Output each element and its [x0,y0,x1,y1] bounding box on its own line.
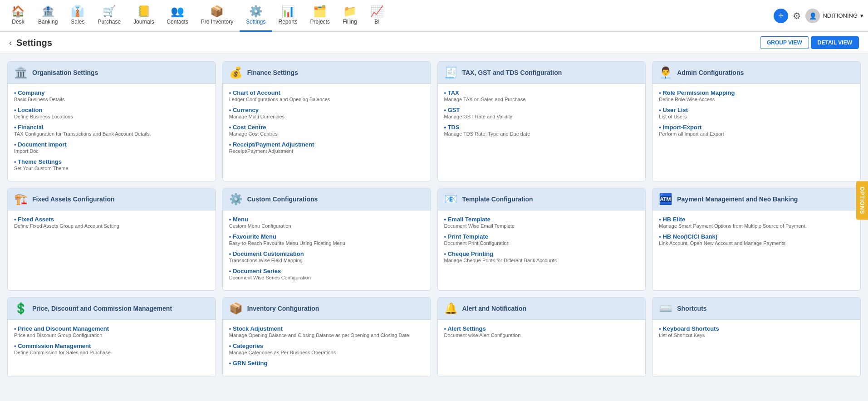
card-link-tax_gst_tds-2[interactable]: • TDS [444,124,460,131]
nav-item-filling[interactable]: 📁 Filling [336,0,363,32]
shortcuts-icon: ⌨️ [659,302,672,315]
card-link-admin-0[interactable]: • Role Permission Mapping [659,89,735,96]
back-button[interactable]: ‹ [9,38,12,48]
nav-items: 🏠 Desk 🏦 Banking 👔 Sales 🛒 Purchase 📒 Jo… [5,0,774,32]
card-link-desc-organisation-2: TAX Configuration for Transactions and B… [14,131,209,137]
card-link-alert_notification-0[interactable]: • Alert Settings [444,325,486,332]
card-link-template_config-2[interactable]: • Cheque Printing [444,250,494,257]
card-header-price_discount: 💲 Price, Discount and Commission Managem… [8,298,216,320]
list-item: • User List List of Users [659,107,854,119]
card-link-template_config-1[interactable]: • Print Template [444,233,489,240]
card-link-desc-custom_config-0: Custom Menu Configuration [229,223,424,229]
nav-label-filling: Filling [343,19,357,25]
card-link-custom_config-3[interactable]: • Document Series [229,268,281,274]
card-header-organisation: 🏛️ Organisation Settings [8,62,216,84]
card-link-desc-admin-2: Perform all Import and Export [659,131,854,137]
purchase-icon: 🛒 [103,5,116,18]
template_config-title: Template Configuration [462,196,533,203]
card-link-organisation-1[interactable]: • Location [14,107,42,113]
add-button[interactable]: + [774,9,788,23]
card-link-finance-2[interactable]: • Cost Centre [229,124,266,131]
contacts-icon: 👥 [171,5,184,18]
banking-icon: 🏦 [41,5,55,18]
card-link-price_discount-1[interactable]: • Commission Management [14,342,91,349]
card-header-fixed_assets: 🏗️ Fixed Assets Configuration [8,188,216,210]
card-link-custom_config-1[interactable]: • Favourite Menu [229,233,276,240]
card-link-desc-admin-0: Define Role Wise Access [659,97,854,102]
card-link-finance-0[interactable]: • Chart of Account [229,89,280,96]
card-link-finance-1[interactable]: • Currency [229,107,259,113]
card-link-inventory_config-0[interactable]: • Stock Adjustment [229,325,283,332]
card-body-admin: • Role Permission Mapping Define Role Wi… [652,84,860,147]
card-link-shortcuts-0[interactable]: • Keyboard Shortcuts [659,325,719,332]
list-item: • GRN Setting [229,360,424,367]
price_discount-icon: 💲 [14,302,28,315]
card-link-price_discount-0[interactable]: • Price and Discount Management [14,325,109,332]
card-link-desc-template_config-1: Document Print Configuration [444,240,639,246]
nav-item-sales[interactable]: 👔 Sales [64,0,91,32]
nav-item-bi[interactable]: 📈 BI [363,0,391,32]
list-item: • Fixed Assets Define Fixed Assets Group… [14,216,209,229]
card-link-organisation-4[interactable]: • Theme Settings [14,158,62,165]
card-body-tax_gst_tds: • TAX Manage TAX on Sales and Purchase •… [438,84,646,147]
nav-label-purchase: Purchase [98,19,121,25]
card-link-payment_management-0[interactable]: • HB Elite [659,216,685,223]
list-item: • Chart of Account Ledger Configurations… [229,89,424,102]
card-link-desc-admin-1: List of Users [659,114,854,119]
filling-icon: 📁 [343,5,357,18]
card-link-fixed_assets-0[interactable]: • Fixed Assets [14,216,54,223]
card-link-template_config-0[interactable]: • Email Template [444,216,491,223]
nav-item-desk[interactable]: 🏠 Desk [5,0,32,32]
bi-icon: 📈 [370,5,384,18]
card-link-desc-payment_management-0: Manage Smart Payment Options from Multip… [659,223,854,229]
nav-item-contacts[interactable]: 👥 Contacts [160,0,194,32]
card-link-custom_config-0[interactable]: • Menu [229,216,248,223]
card-header-custom_config: ⚙️ Custom Configurations [223,188,431,210]
card-link-admin-2[interactable]: • Import-Export [659,124,701,131]
card-link-desc-custom_config-2: Transactions Wise Field Mapping [229,258,424,263]
card-link-custom_config-2[interactable]: • Document Customization [229,250,304,257]
card-link-desc-shortcuts-0: List of Shortcut Keys [659,333,854,338]
detail-view-button[interactable]: DETAIL VIEW [811,36,859,49]
nav-item-journals[interactable]: 📒 Journals [127,0,160,32]
card-link-tax_gst_tds-1[interactable]: • GST [444,107,460,113]
card-header-template_config: 📧 Template Configuration [438,188,646,210]
nav-item-reports[interactable]: 📊 Reports [272,0,304,32]
card-header-shortcuts: ⌨️ Shortcuts [652,298,860,320]
card-link-organisation-0[interactable]: • Company [14,89,44,96]
nav-item-purchase[interactable]: 🛒 Purchase [91,0,127,32]
list-item: • Menu Custom Menu Configuration [229,216,424,229]
card-link-payment_management-1[interactable]: • HB Neo(ICICI Bank) [659,233,717,240]
nav-item-pro_inventory[interactable]: 📦 Pro Inventory [195,0,240,32]
shortcuts-title: Shortcuts [677,305,706,312]
list-item: • Commission Management Define Commissio… [14,342,209,355]
card-link-tax_gst_tds-0[interactable]: • TAX [444,89,459,96]
options-tab[interactable]: OPTIONS [856,181,868,220]
nav-item-projects[interactable]: 🗂️ Projects [304,0,336,32]
card-link-inventory_config-2[interactable]: • GRN Setting [229,360,268,367]
list-item: • Stock Adjustment Manage Opening Balanc… [229,325,424,338]
user-area[interactable]: 👤 NDITIONING ▾ [805,9,863,23]
finance-icon: 💰 [229,66,243,79]
nav-item-banking[interactable]: 🏦 Banking [32,0,64,32]
card-link-organisation-2[interactable]: • Financial [14,124,44,131]
list-item: • GST Manage GST Rate and Validity [444,107,639,119]
organisation-title: Organisation Settings [32,69,98,76]
projects-icon: 🗂️ [313,5,327,18]
nav-right: + ⚙ 👤 NDITIONING ▾ [774,9,863,23]
list-item: • Import-Export Perform all Import and E… [659,124,854,137]
card-link-admin-1[interactable]: • User List [659,107,688,113]
list-item: • Currency Manage Multi Currencies [229,107,424,119]
nav-label-contacts: Contacts [167,19,188,25]
card-shortcuts: ⌨️ Shortcuts • Keyboard Shortcuts List o… [652,297,861,377]
card-link-organisation-3[interactable]: • Document Import [14,141,67,148]
card-link-inventory_config-1[interactable]: • Categories [229,342,263,349]
nav-item-settings[interactable]: ⚙️ Settings [240,0,272,32]
card-link-desc-tax_gst_tds-2: Manage TDS Rate, Type and Due date [444,131,639,137]
page-title: Settings [16,38,52,48]
card-link-desc-organisation-4: Set Your Custom Theme [14,166,209,171]
card-link-finance-3[interactable]: • Receipt/Payment Adjustment [229,141,314,148]
nav-label-journals: Journals [133,19,154,25]
group-view-button[interactable]: GROUP VIEW [760,36,809,49]
settings-gear-button[interactable]: ⚙ [793,10,801,21]
